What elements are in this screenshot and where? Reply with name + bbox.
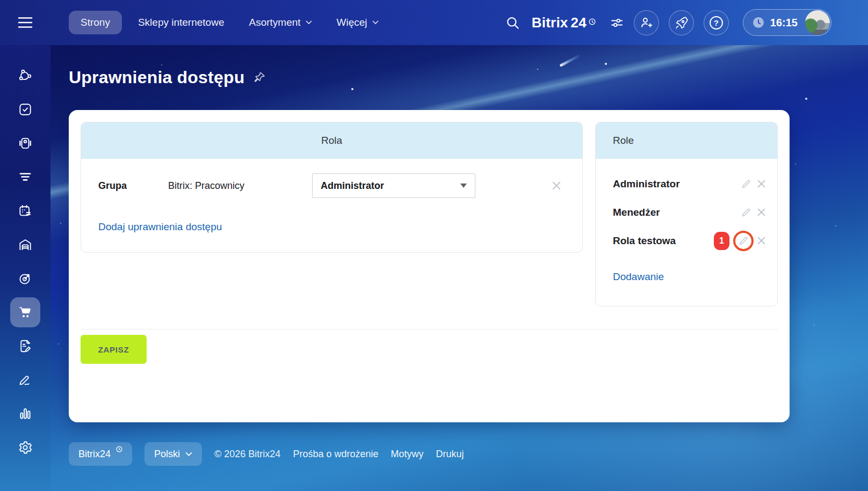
warehouse-icon	[18, 237, 33, 252]
rocket-icon	[674, 16, 688, 30]
group-label: Grupa	[98, 180, 168, 192]
language-label: Polski	[154, 449, 180, 460]
user-add-icon	[639, 16, 653, 30]
left-sidebar	[0, 45, 50, 491]
footer-link-motywy[interactable]: Motywy	[390, 449, 423, 460]
role-name: Administrator	[613, 178, 741, 190]
footer-brand-text: Bitrix24	[78, 449, 111, 460]
worktime-widget[interactable]: 16:15	[743, 9, 831, 36]
sidebar-item-collaboration[interactable]	[10, 61, 40, 91]
sidebar-item-marketing[interactable]	[10, 263, 40, 294]
hamburger-icon	[17, 16, 33, 30]
top-nav: Strony Sklepy internetowe Asortyment Wię…	[69, 11, 387, 34]
roles-panel-header: Role	[596, 122, 777, 159]
chevron-down-icon	[306, 20, 312, 25]
sidebar-item-tasks[interactable]	[10, 94, 40, 124]
sidebar-item-warehouse[interactable]	[10, 230, 40, 260]
clock-icon	[752, 16, 765, 29]
delete-role-button[interactable]	[757, 208, 765, 216]
select-caret-icon	[460, 184, 467, 188]
page-header: Uprawnienia dostępu	[69, 65, 790, 89]
messenger-robot-icon	[18, 136, 33, 151]
nav-item-label: Więcej	[337, 17, 367, 28]
nav-item-asortyment[interactable]: Asortyment	[240, 11, 320, 34]
role-row-rola-testowa: Rola testowa 1	[613, 226, 765, 255]
question-mark-icon: ?	[710, 16, 723, 30]
role-row-menedzer: Menedżer	[613, 198, 765, 226]
role-select[interactable]: Administrator	[312, 173, 475, 198]
search-icon	[505, 16, 520, 30]
help-button[interactable]: ?	[704, 10, 729, 35]
sidebar-item-sign[interactable]	[10, 365, 40, 395]
card-divider	[81, 329, 778, 329]
chevron-down-icon	[185, 452, 192, 457]
user-avatar[interactable]	[805, 10, 830, 35]
sidebar-item-shop[interactable]	[10, 297, 40, 327]
sidebar-item-analytics[interactable]	[10, 399, 40, 429]
rola-panel: Rola Grupa Bitrix: Pracownicy Administra…	[81, 122, 583, 253]
menu-toggle-button[interactable]	[0, 16, 50, 30]
footer-link-wdrozenie[interactable]: Prośba o wdrożenie	[293, 449, 378, 460]
edit-role-button[interactable]	[741, 179, 751, 189]
filter-sliders-button[interactable]	[610, 16, 624, 30]
edit-role-button[interactable]	[741, 207, 751, 217]
role-row-administrator: Administrator	[613, 170, 765, 198]
top-bar: Strony Sklepy internetowe Asortyment Wię…	[0, 0, 868, 45]
gear-icon	[18, 440, 33, 455]
bitrix24-app: Strony Sklepy internetowe Asortyment Wię…	[0, 0, 868, 491]
page-title: Uprawnienia dostępu	[69, 68, 244, 87]
bar-chart-icon	[18, 406, 33, 421]
document-edit-icon	[18, 339, 33, 354]
remove-permission-button[interactable]	[552, 181, 561, 190]
permission-row: Grupa Bitrix: Pracownicy Administrator	[98, 173, 565, 198]
sales-funnel-icon	[18, 170, 33, 185]
pin-icon[interactable]	[253, 71, 266, 84]
rola-panel-header: Rola	[81, 122, 582, 159]
nav-item-label: Sklepy internetowe	[138, 17, 225, 28]
signature-pen-icon	[18, 372, 33, 387]
tutorial-highlight-ring	[733, 231, 754, 251]
nav-item-strony[interactable]: Strony	[69, 11, 122, 34]
role-select-value: Administrator	[321, 180, 384, 192]
sliders-icon	[610, 16, 624, 30]
add-permission-link[interactable]: Dodaj uprawnienia dostępu	[98, 221, 222, 233]
current-time: 16:15	[770, 17, 798, 29]
footer-link-drukuj[interactable]: Drukuj	[436, 449, 464, 460]
chevron-down-icon	[372, 20, 379, 25]
target-goal-icon	[18, 271, 33, 286]
logo-text: Bitrix	[532, 14, 568, 31]
language-selector[interactable]: Polski	[144, 442, 202, 466]
roles-panel: Role Administrator	[595, 122, 778, 306]
shopping-cart-icon	[17, 304, 33, 320]
main-content: Uprawnienia dostępu Rola Grupa Bitrix: P…	[50, 45, 868, 491]
sidebar-item-calendar[interactable]	[10, 196, 40, 226]
delete-role-button[interactable]	[757, 237, 765, 245]
nav-item-wiecej[interactable]: Więcej	[328, 11, 387, 34]
network-share-icon	[18, 68, 33, 83]
bitrix24-clock-mark-icon	[589, 18, 596, 25]
role-name: Rola testowa	[613, 235, 714, 247]
footer-brand-button[interactable]: Bitrix24	[69, 442, 132, 466]
nav-item-label: Strony	[81, 17, 110, 28]
nav-item-sklepy-internetowe[interactable]: Sklepy internetowe	[129, 11, 233, 34]
invite-user-button[interactable]	[634, 10, 659, 35]
bitrix24-logo[interactable]: Bitrix 24	[532, 14, 596, 31]
delete-role-button[interactable]	[757, 180, 765, 188]
sidebar-item-crm[interactable]	[10, 162, 40, 192]
boost-rocket-button[interactable]	[669, 10, 694, 35]
save-button[interactable]: ZAPISZ	[81, 335, 147, 364]
nav-item-label: Asortyment	[249, 17, 300, 28]
task-check-icon	[18, 102, 33, 117]
search-button[interactable]	[505, 16, 520, 30]
step-badge: 1	[714, 232, 729, 250]
calendar-icon	[18, 203, 33, 218]
bitrix24-clock-mark-icon	[116, 446, 122, 452]
sidebar-item-contact-center[interactable]	[10, 128, 40, 158]
sidebar-item-documents[interactable]	[10, 331, 40, 361]
group-value: Bitrix: Pracownicy	[168, 180, 312, 192]
edit-role-button[interactable]	[739, 236, 749, 246]
permissions-card: Rola Grupa Bitrix: Pracownicy Administra…	[69, 110, 790, 422]
copyright-text: © 2026 Bitrix24	[214, 449, 280, 460]
sidebar-item-settings[interactable]	[10, 433, 40, 463]
add-role-link[interactable]: Dodawanie	[613, 271, 664, 283]
